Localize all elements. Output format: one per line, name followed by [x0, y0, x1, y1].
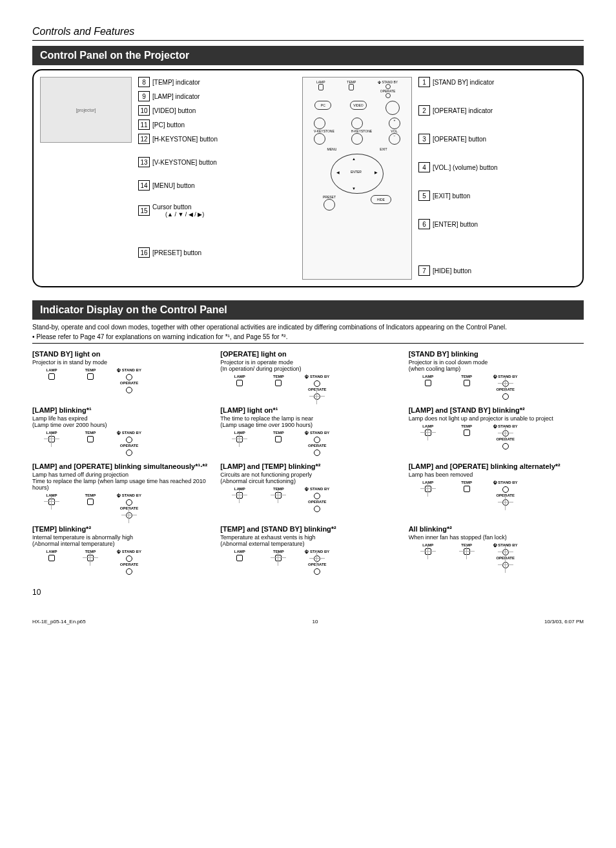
indicator-block: [OPERATE] light on Projector is in opera…	[220, 350, 395, 400]
indicator-title: [TEMP] blinking*²	[32, 525, 207, 533]
section1-title: Control Panel on the Projector	[32, 46, 584, 65]
callout-number: 6	[418, 219, 430, 229]
callout-number: 1	[418, 77, 430, 87]
indicator-desc: Projector is in cool down mode(when cool…	[409, 359, 584, 372]
indicator-desc: Circuits are not functioning properly(Ab…	[220, 471, 395, 484]
callout-number: 7	[418, 265, 430, 276]
callout-text: [EXIT] button	[433, 192, 470, 200]
callout-text: [H-KEYSTONE] button	[152, 136, 218, 143]
led-row: LAMP TEMP ⏻ STAND BY OPERATE	[415, 543, 584, 568]
callout-number: 2	[418, 105, 430, 116]
label-row: 7[HIDE] button	[418, 265, 576, 276]
standby-operate-led: ⏻ STAND BY OPERATE	[304, 375, 330, 400]
temp-led: TEMP	[265, 375, 291, 400]
standby-operate-led: ⏻ STAND BY OPERATE	[116, 493, 142, 519]
temp-led: TEMP	[77, 431, 103, 456]
callout-text: [VIDEO] button	[152, 107, 196, 114]
callout-text: [VOL.] (volume) button	[433, 164, 498, 171]
led-row: LAMP TEMP ⏻ STAND BY OPERATE	[415, 375, 584, 400]
standby-operate-led: ⏻ STAND BY OPERATE	[116, 368, 142, 393]
temp-led: TEMP	[265, 487, 291, 512]
callout-number: 11	[138, 119, 150, 130]
standby-operate-led: ⏻ STAND BY OPERATE	[304, 431, 330, 456]
lamp-led: LAMP	[39, 493, 65, 519]
label-row: 9[LAMP] indicator	[138, 91, 296, 101]
indicator-desc: Lamp life has expired(Lamp time over 200…	[32, 415, 207, 428]
callout-text: [V-KEYSTONE] button	[152, 159, 217, 166]
callout-text: [TEMP] indicator	[152, 79, 200, 86]
standby-operate-led: ⏻ STAND BY OPERATE	[493, 424, 518, 450]
temp-led: TEMP	[77, 368, 103, 393]
control-panel-face: LAMP TEMP ⏻ STAND BYOPERATE PC VIDEO V-K…	[302, 77, 412, 280]
callout-number: 8	[138, 77, 150, 87]
section-header: Controls and Features	[32, 26, 584, 41]
indicator-title: [LAMP] and [OPERATE] blinking simultaneo…	[32, 462, 207, 470]
indicator-title: [LAMP] light on*¹	[220, 406, 395, 414]
indicator-block: [LAMP] blinking*¹ Lamp life has expired(…	[32, 406, 207, 456]
intro-text-2: • Please refer to Page 47 for explanatio…	[32, 333, 584, 344]
indicator-desc: Projector is in stand by mode	[32, 359, 207, 366]
lamp-led: LAMP	[39, 368, 65, 393]
lamp-led: LAMP	[227, 487, 252, 512]
indicator-block: [LAMP] and [OPERATE] blinking simultaneo…	[32, 462, 207, 519]
label-row: 13[V-KEYSTONE] button	[138, 157, 296, 167]
lamp-led: LAMP	[415, 375, 441, 400]
indicator-title: [TEMP] and [STAND BY] blinking*²	[220, 525, 395, 533]
led-row: LAMP TEMP ⏻ STAND BY OPERATE	[39, 368, 207, 393]
indicator-block: [TEMP] blinking*² Internal temperature i…	[32, 525, 207, 575]
label-row: 10[VIDEO] button	[138, 105, 296, 116]
indicator-desc: Temperature at exhaust vents is high(Abn…	[220, 534, 395, 547]
callout-text: [MENU] button	[152, 182, 195, 189]
lamp-led: LAMP	[415, 424, 441, 450]
led-row: LAMP TEMP ⏻ STAND BY OPERATE	[415, 424, 584, 450]
intro-text-1: Stand-by, operate and cool down modes, t…	[32, 324, 584, 331]
led-row: LAMP TEMP ⏻ STAND BY OPERATE	[227, 431, 395, 456]
callout-text: Cursor button(▲ / ▼ / ◀ / ▶)	[152, 203, 204, 218]
indicator-title: [LAMP] blinking*¹	[32, 406, 207, 414]
standby-operate-led: ⏻ STAND BY OPERATE	[493, 481, 518, 506]
indicator-title: [STAND BY] blinking	[409, 350, 584, 358]
indicator-block: [STAND BY] light on Projector is in stan…	[32, 350, 207, 400]
led-row: LAMP TEMP ⏻ STAND BY OPERATE	[39, 431, 207, 456]
indicator-title: All blinking*²	[409, 525, 584, 533]
indicator-block: [STAND BY] blinking Projector is in cool…	[409, 350, 584, 400]
led-row: LAMP TEMP ⏻ STAND BY OPERATE	[415, 481, 584, 506]
label-row: 16[PRESET] button	[138, 247, 296, 258]
callout-text: [STAND BY] indicator	[433, 79, 494, 86]
label-row: 12[H-KEYSTONE] button	[138, 134, 296, 144]
callout-text: [PC] button	[152, 121, 185, 129]
indicator-title: [LAMP] and [STAND BY] blinking*²	[409, 406, 584, 414]
callout-text: [LAMP] indicator	[152, 93, 200, 100]
temp-led: TEMP	[265, 550, 291, 575]
indicator-block: [LAMP] and [STAND BY] blinking*² Lamp do…	[409, 406, 584, 456]
callout-number: 5	[418, 191, 430, 201]
callout-number: 13	[138, 157, 150, 167]
indicator-block: [LAMP] light on*¹ The time to replace th…	[220, 406, 395, 456]
control-panel-diagram: [projector] 8[TEMP] indicator9[LAMP] ind…	[32, 69, 584, 287]
right-label-column: 1[STAND BY] indicator2[OPERATE] indicato…	[418, 77, 576, 280]
callout-number: 12	[138, 134, 150, 144]
indicator-desc: Projector is in operate mode(In operatio…	[220, 359, 395, 372]
label-row: 4[VOL.] (volume) button	[418, 162, 576, 172]
led-row: LAMP TEMP ⏻ STAND BY OPERATE	[227, 375, 395, 400]
indicator-desc: Lamp has turned off during projectionTim…	[32, 471, 207, 491]
lamp-led: LAMP	[39, 431, 65, 456]
callout-number: 3	[418, 134, 430, 144]
temp-led: TEMP	[454, 424, 480, 450]
label-row: 2[OPERATE] indicator	[418, 105, 576, 116]
indicator-title: [LAMP] and [OPERATE] blinking alternatel…	[409, 462, 584, 470]
led-row: LAMP TEMP ⏻ STAND BY OPERATE	[227, 487, 395, 512]
indicator-block: [LAMP] and [OPERATE] blinking alternatel…	[409, 462, 584, 519]
label-row: 1[STAND BY] indicator	[418, 77, 576, 87]
callout-number: 9	[138, 91, 150, 101]
lamp-led: LAMP	[227, 375, 252, 400]
indicator-desc: Lamp does not light up and projector is …	[409, 415, 584, 422]
standby-operate-led: ⏻ STAND BY OPERATE	[116, 431, 142, 456]
page-number: 10	[32, 588, 584, 597]
temp-led: TEMP	[454, 481, 480, 506]
footer: HX-1E_p05-14_En.p65 10 10/3/03, 6:07 PM	[32, 616, 584, 625]
indicator-desc: The time to replace the lamp is near(Lam…	[220, 415, 395, 428]
lamp-led: LAMP	[39, 550, 65, 575]
indicator-block: [LAMP] and [TEMP] blinking*² Circuits ar…	[220, 462, 395, 519]
standby-operate-led: ⏻ STAND BY OPERATE	[493, 375, 518, 400]
